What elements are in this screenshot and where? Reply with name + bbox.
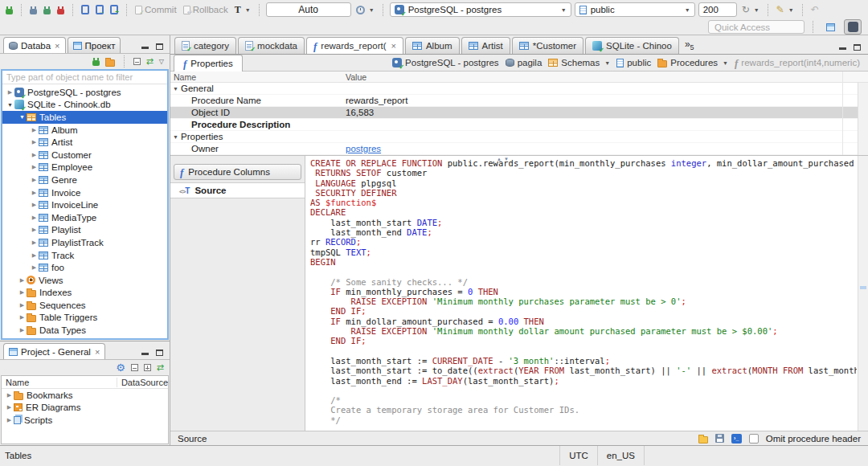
fetch-size-input[interactable]: 200 [698, 2, 737, 17]
expand-arrow-icon[interactable]: ▶ [30, 139, 39, 145]
breadcrumb-item-public[interactable]: public [616, 58, 651, 67]
chevron-down-icon[interactable]: ▼ [604, 60, 610, 66]
undo-button[interactable]: ↶ [809, 4, 821, 15]
tab-properties[interactable]: Properties [174, 55, 243, 72]
tree-item-table-triggers[interactable]: ▶Table Triggers [2, 312, 167, 325]
code-overview-ruler[interactable] [858, 156, 868, 431]
tree-item-sequences[interactable]: ▶Sequences [2, 299, 167, 312]
tree-item-tables[interactable]: ▼Tables [2, 111, 167, 124]
expand-arrow-icon[interactable]: ▶ [5, 417, 14, 423]
chevron-down-icon[interactable]: ▼ [723, 60, 728, 66]
quick-access-input[interactable]: Quick Access [708, 20, 805, 34]
tree-item-playlist[interactable]: ▶Playlist [2, 224, 167, 237]
expand-arrow-icon[interactable]: ▶ [30, 215, 39, 221]
expand-arrow-icon[interactable]: ▶ [30, 190, 39, 196]
expand-all-icon[interactable] [144, 364, 151, 371]
rollback-button[interactable]: ↩Rollback [182, 4, 230, 15]
mock-data-button[interactable]: ✎▼ [775, 4, 796, 15]
reconnect-button[interactable] [42, 5, 52, 15]
tree-item-indexes[interactable]: ▶Indexes [2, 287, 167, 300]
transaction-log-button[interactable]: T▼ [233, 3, 252, 17]
expand-arrow-icon[interactable]: ▼ [173, 134, 180, 140]
tab-artist[interactable]: Artist [461, 37, 510, 54]
expand-arrow-icon[interactable]: ▶ [30, 177, 39, 183]
minimize-icon[interactable] [141, 353, 149, 355]
tree-item-data-types[interactable]: ▶Data Types [2, 324, 167, 337]
tree-item-artist[interactable]: ▶Artist [2, 136, 167, 149]
grid-scrollbar[interactable] [858, 83, 868, 155]
dbeaver-perspective-button[interactable] [844, 19, 862, 35]
tree-item-views[interactable]: ▶Views [2, 274, 167, 287]
view-menu-icon[interactable]: ▽ [159, 58, 164, 65]
open-perspective-button[interactable] [821, 19, 839, 35]
collapse-all-icon[interactable] [131, 364, 138, 371]
tree-item-track[interactable]: ▶Track [2, 249, 167, 262]
grid-column-name[interactable]: Name [170, 72, 346, 82]
tab-sqlite-chinoo[interactable]: SQLite - Chinoo [585, 37, 679, 54]
expand-arrow-icon[interactable]: ▶ [30, 127, 39, 133]
maximize-icon[interactable] [854, 44, 861, 51]
connect-button[interactable] [28, 5, 39, 15]
tab-customer[interactable]: *Customer [512, 37, 583, 54]
property-value[interactable]: postgres [346, 144, 868, 153]
maximize-icon[interactable] [156, 350, 163, 356]
expand-arrow-icon[interactable]: ▼ [6, 102, 14, 108]
transaction-mode-combo[interactable]: Auto [266, 2, 351, 17]
expand-arrow-icon[interactable]: ▶ [30, 152, 39, 158]
tab-album[interactable]: Album [405, 37, 460, 54]
breadcrumb-item-schemas[interactable]: Schemas▼ [548, 58, 610, 67]
property-row-procedure-name[interactable]: Procedure Namerewards_report [170, 95, 868, 107]
expand-arrow-icon[interactable]: ▼ [18, 114, 27, 120]
commit-button[interactable]: ✓Commit [133, 4, 178, 15]
column-header-name[interactable]: Name [2, 378, 117, 387]
column-header-datasource[interactable]: DataSource [117, 378, 168, 387]
property-row-owner[interactable]: Ownerpostgres [170, 143, 868, 155]
tree-item-album[interactable]: ▶Album [2, 124, 167, 137]
grid-column-value[interactable]: Value [346, 72, 366, 82]
source-code[interactable]: CREATE OR REPLACE FUNCTION public.reward… [310, 158, 857, 431]
transaction-history-button[interactable]: ▼ [354, 5, 376, 15]
expand-arrow-icon[interactable]: ▶ [30, 239, 39, 246]
gear-icon[interactable]: ⚙ [116, 362, 125, 373]
open-file-icon[interactable] [698, 436, 708, 444]
tab-database-navigator[interactable]: Databa × [3, 37, 66, 53]
tree-item-foo[interactable]: ▶foo [2, 261, 167, 274]
expand-arrow-icon[interactable]: ▶ [30, 202, 39, 208]
source-editor[interactable]: ▲▼ CREATE OR REPLACE FUNCTION public.rew… [305, 156, 868, 431]
connection-combo[interactable]: PostgreSQL - postgres ▼ [390, 2, 571, 17]
minimize-icon[interactable] [839, 47, 846, 50]
auto-refresh-button[interactable]: ↻▼ [740, 4, 761, 15]
breadcrumb-item-procedures[interactable]: Procedures▼ [657, 58, 728, 67]
tree-item-postgresql-postgres[interactable]: ▶PostgreSQL - postgres [2, 86, 167, 99]
omit-procedure-header-checkbox[interactable] [749, 434, 759, 444]
expand-arrow-icon[interactable]: ▶ [5, 404, 14, 411]
tab-overflow-button[interactable]: »5 [681, 39, 698, 51]
schema-combo[interactable]: public ▼ [575, 2, 695, 17]
expand-arrow-icon[interactable]: ▶ [30, 227, 39, 233]
property-row-general[interactable]: ▼General [170, 83, 868, 95]
property-row-procedure-description[interactable]: Procedure Description [170, 119, 868, 131]
tab-project-general[interactable]: Project - General × [3, 343, 105, 359]
breadcrumb-item-postgresql-postgres[interactable]: PostgreSQL - postgres [392, 58, 499, 67]
tree-item-mediatype[interactable]: ▶MediaType [2, 211, 167, 224]
minimize-icon[interactable] [141, 47, 149, 49]
console-icon[interactable]: ›_ [731, 434, 742, 444]
tree-item-invoiceline[interactable]: ▶InvoiceLine [2, 198, 167, 211]
tree-item-employee[interactable]: ▶Employee [2, 161, 167, 174]
tab-category[interactable]: category [174, 37, 236, 54]
side-tab-source[interactable]: Source [170, 182, 305, 198]
timezone-indicator[interactable]: UTC [559, 446, 597, 465]
breadcrumb-item-rewards-report-int4-numeric[interactable]: rewards_report(int4,numeric) [735, 58, 860, 68]
locale-indicator[interactable]: en_US [597, 446, 645, 465]
maximize-icon[interactable] [156, 43, 163, 50]
project-item-scripts[interactable]: ▶Scripts [2, 414, 168, 427]
tree-item-sqlite-chinook-db[interactable]: ▼SQLite - Chinook.db [2, 99, 167, 112]
expand-arrow-icon[interactable]: ▶ [30, 252, 39, 259]
save-icon[interactable] [715, 434, 724, 443]
expand-arrow-icon[interactable]: ▶ [6, 89, 14, 96]
new-folder-icon[interactable] [105, 59, 115, 67]
sql-editor-button[interactable] [80, 4, 91, 15]
close-icon[interactable]: × [391, 41, 395, 51]
collapse-all-icon[interactable] [133, 58, 141, 65]
new-connection-icon[interactable] [92, 60, 100, 66]
